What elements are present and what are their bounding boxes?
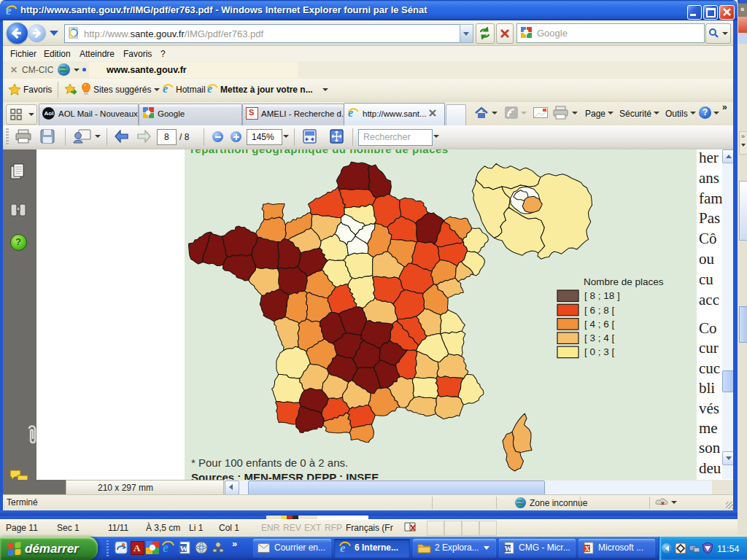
svg-text:W: W — [505, 545, 512, 553]
svg-text:X: X — [585, 545, 591, 553]
svg-text:W: W — [180, 544, 188, 553]
